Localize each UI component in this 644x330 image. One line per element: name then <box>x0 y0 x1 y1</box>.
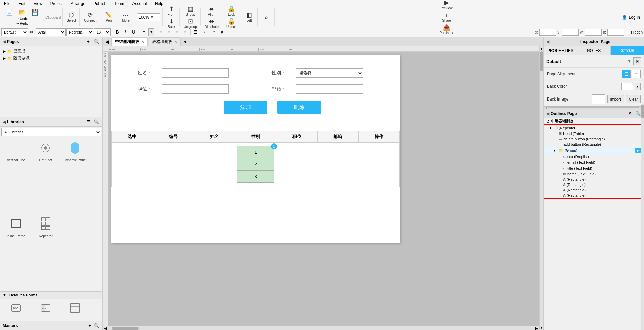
menu-help[interactable]: Help <box>154 1 165 7</box>
h-scrollbar[interactable]: ◀ ▶ <box>103 326 539 330</box>
pen-button[interactable]: ✏️ Pen <box>103 11 115 23</box>
lib-item-vertical-line[interactable]: Vertical Line <box>3 140 30 213</box>
outline-node-head-table[interactable]: ⊞ Head (Table) <box>544 131 643 136</box>
lib-item-hot-spot[interactable]: Hot Spot <box>32 140 59 213</box>
v-scrollbar[interactable]: ▲ ▼ <box>539 46 543 330</box>
menu-team[interactable]: Team <box>113 1 125 7</box>
right-v-scroll-thumb[interactable] <box>641 105 644 118</box>
tab-style[interactable]: STYLE <box>611 46 644 55</box>
underline-button[interactable]: U <box>130 28 137 36</box>
outline-node-rect-4[interactable]: A (Rectangle) <box>544 193 643 198</box>
publish-button[interactable]: 📤 Publish > <box>438 24 455 36</box>
font-dropdown[interactable]: Arial <box>36 28 66 36</box>
tab-scroll-right[interactable]: ▼ <box>182 39 189 44</box>
outline-node-rect-1[interactable]: A (Rectangle) <box>544 177 643 182</box>
menu-view[interactable]: View <box>32 1 44 7</box>
share-button[interactable]: ↑ Share <box>441 11 453 23</box>
scroll-left-btn[interactable]: ◀ <box>103 326 108 330</box>
library-filter-dropdown[interactable]: All Libraries <box>1 128 101 136</box>
page-folder-2[interactable]: ▶ 📁 随便做做 <box>1 55 101 62</box>
align-left-page-button[interactable]: ☰ <box>622 70 631 78</box>
libraries-collapse-arrow[interactable]: ◀ <box>3 120 6 124</box>
pages-add-button[interactable]: + <box>85 38 92 45</box>
style-edit-icon[interactable]: ✏ <box>29 29 35 35</box>
libraries-menu-button[interactable]: ☰ <box>85 119 92 125</box>
front-button[interactable]: ⬆ Front <box>165 5 177 17</box>
name-input[interactable] <box>162 68 229 78</box>
left-button[interactable]: ◧ Left <box>243 11 255 23</box>
import-button[interactable]: Import <box>607 95 624 103</box>
menu-publish[interactable]: Publish <box>92 1 108 7</box>
back-color-swatch[interactable] <box>621 83 633 90</box>
outline-page-name[interactable]: 🗋 中继器增删改 <box>544 118 644 124</box>
outline-node-delete-btn[interactable]: — delete button (Rectangle) <box>544 136 643 142</box>
tab-scroll-left[interactable]: ◀ <box>104 39 110 44</box>
pages-import-button[interactable]: ↑ <box>77 38 84 45</box>
outline-group-right-btn[interactable]: ▶ <box>635 148 641 153</box>
x-input[interactable] <box>539 29 556 36</box>
save-file-button[interactable]: 💾 <box>29 9 41 16</box>
undo-button[interactable]: ↩ Undo <box>15 17 29 21</box>
back-button[interactable]: ⬇ Back <box>165 18 177 29</box>
font-color-button[interactable]: A <box>140 28 148 36</box>
align-button[interactable]: ⬌ Align <box>206 5 218 17</box>
scroll-up-btn[interactable]: ▲ <box>539 46 543 51</box>
forms-section-header[interactable]: ▼ Default > Forms <box>0 291 102 299</box>
distribute-button[interactable]: ⇼ Distribute <box>203 18 220 29</box>
size-dropdown[interactable]: 13 <box>94 28 111 36</box>
group-expand-icon[interactable]: ▾ <box>554 149 558 152</box>
add-button[interactable]: 添加 <box>224 101 267 114</box>
align-center-page-button[interactable]: ≡ <box>632 70 641 78</box>
font-color-arrow[interactable]: ▼ <box>148 28 154 36</box>
group-button[interactable]: ▦ Group <box>184 5 197 17</box>
tab-zhongji-close[interactable]: ✕ <box>141 40 144 44</box>
pages-collapse-arrow[interactable]: ◀ <box>3 39 6 44</box>
form-item-abcbar[interactable]: abc <box>32 302 59 318</box>
masters-add-button[interactable]: + <box>86 322 93 329</box>
scroll-bar-track[interactable] <box>548 107 639 108</box>
lib-item-inline-frame[interactable]: Inline Frame <box>3 216 30 289</box>
lock-button[interactable]: 🔒 Lock <box>225 5 237 17</box>
gender-select[interactable]: 请选择 <box>296 68 363 78</box>
outline-filter-button[interactable]: ⊻ <box>627 110 633 117</box>
outline-node-group[interactable]: ▾ 📁 (Group) ▶ <box>544 147 643 154</box>
more-button[interactable]: ⋯ More <box>120 11 132 23</box>
outline-node-add-btn[interactable]: — add button (Rectangle) <box>544 142 643 147</box>
align-justify-button[interactable]: ≡ <box>181 28 189 36</box>
pages-search-button[interactable]: 🔍 <box>93 38 100 45</box>
unlock-button[interactable]: 🔓 Unlock <box>225 18 238 29</box>
outline-search-button[interactable]: 🔍 <box>635 110 641 117</box>
italic-button[interactable]: I <box>122 28 129 36</box>
style-copy-button[interactable]: ⎘ <box>633 57 641 65</box>
right-v-scrollbar[interactable] <box>641 104 644 330</box>
bold-button[interactable]: B <box>114 28 121 36</box>
lib-item-repeater[interactable]: Repeater <box>32 216 59 289</box>
inspector-collapse-arrow[interactable]: ◀ <box>546 39 549 44</box>
ungroup-button[interactable]: ⊡ Ungroup <box>182 18 198 29</box>
menu-account[interactable]: Account <box>131 1 148 7</box>
tab-zhongji[interactable]: 中继器增删改 ✕ <box>111 37 148 46</box>
outline-node-title[interactable]: ▭ title (Text Field) <box>544 165 643 171</box>
hidden-control[interactable]: Hidden <box>626 30 643 34</box>
scroll-right-btn[interactable]: ▶ <box>534 326 539 330</box>
select-button[interactable]: ⬡ Select <box>65 11 77 23</box>
tab-biaoge[interactable]: 表格增删改 ✕ <box>149 37 181 46</box>
back-color-arrow[interactable]: ▼ <box>635 83 641 90</box>
style-dropdown[interactable]: Default <box>1 28 28 36</box>
masters-import-button[interactable]: ↑ <box>79 322 86 329</box>
open-file-button[interactable]: 📂 <box>16 9 28 16</box>
bullet-button[interactable]: • <box>210 28 218 36</box>
align-left-button[interactable]: ≡ <box>157 28 165 36</box>
v-scroll-thumb[interactable] <box>540 51 543 71</box>
clear-button[interactable]: Clear <box>626 95 641 103</box>
align-right-button[interactable]: ≡ <box>173 28 181 36</box>
menu-project[interactable]: Project <box>49 1 64 7</box>
form-item-abc[interactable]: abc <box>3 302 30 318</box>
list-button[interactable]: ☰ <box>192 28 199 36</box>
form-item-table[interactable] <box>62 302 89 318</box>
align-center-button[interactable]: ≡ <box>165 28 173 36</box>
menu-file[interactable]: File <box>3 1 12 7</box>
weight-dropdown[interactable]: Negreta <box>66 28 93 36</box>
y-input[interactable] <box>562 29 579 36</box>
tab-notes[interactable]: NOTES <box>577 46 611 55</box>
